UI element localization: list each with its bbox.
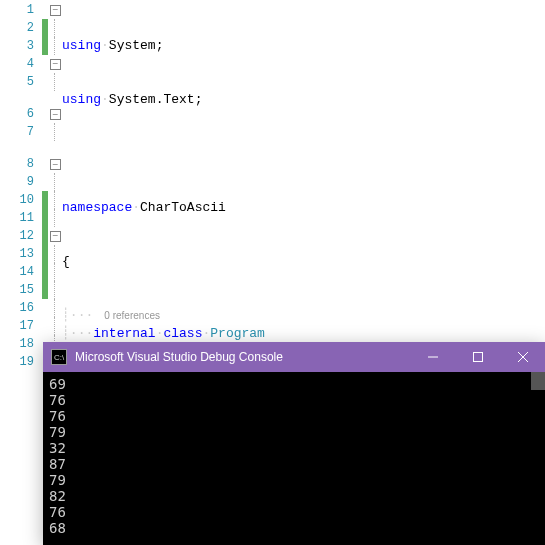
line-number: 11 [0,209,34,227]
console-line: 76 [49,392,539,408]
fold-toggle[interactable] [48,141,62,173]
minimize-icon [428,352,438,362]
close-button[interactable] [500,342,545,372]
scrollbar-thumb[interactable] [531,372,545,390]
code-area[interactable]: using·System; using·System.Text; namespa… [62,0,545,342]
debug-console-window[interactable]: C:\ Microsoft Visual Studio Debug Consol… [43,342,545,545]
minimize-button[interactable] [410,342,455,372]
console-line: 79 [49,424,539,440]
line-number: 14 [0,263,34,281]
console-icon: C:\ [51,349,67,365]
line-number: 7 [0,123,34,141]
line-number: 16 [0,299,34,317]
console-line: 69 [49,376,539,392]
line-number: 15 [0,281,34,299]
maximize-button[interactable] [455,342,500,372]
console-titlebar[interactable]: C:\ Microsoft Visual Studio Debug Consol… [43,342,545,372]
fold-toggle[interactable] [48,55,62,73]
code-editor[interactable]: 1 2 3 4 5 6 7 8 9 10 11 12 13 14 15 16 1… [0,0,545,342]
line-number: 6 [0,91,34,123]
console-line: 79 [49,472,539,488]
fold-toggle[interactable] [48,91,62,123]
svg-rect-1 [473,353,482,362]
console-title: Microsoft Visual Studio Debug Console [75,350,410,364]
line-number: 9 [0,173,34,191]
close-icon [518,352,528,362]
outline-column[interactable] [48,0,62,342]
console-line: 32 [49,440,539,456]
line-number: 5 [0,73,34,91]
line-number-gutter: 1 2 3 4 5 6 7 8 9 10 11 12 13 14 15 16 1… [0,0,42,342]
line-number: 13 [0,245,34,263]
line-number: 3 [0,37,34,55]
line-number: 18 [0,335,34,353]
line-number: 10 [0,191,34,209]
line-number: 1 [0,1,34,19]
maximize-icon [473,352,483,362]
line-number: 19 [0,353,34,371]
console-line: 68 [49,520,539,536]
line-number: 12 [0,227,34,245]
line-number: 17 [0,317,34,335]
console-line: 82 [49,488,539,504]
console-output[interactable]: 69 76 76 79 32 87 79 82 76 68 [43,372,545,545]
console-line: 76 [49,504,539,520]
line-number: 4 [0,55,34,73]
line-number: 2 [0,19,34,37]
console-line: 76 [49,408,539,424]
fold-toggle[interactable] [48,1,62,19]
fold-toggle[interactable] [48,227,62,245]
line-number: 8 [0,141,34,173]
console-line: 87 [49,456,539,472]
